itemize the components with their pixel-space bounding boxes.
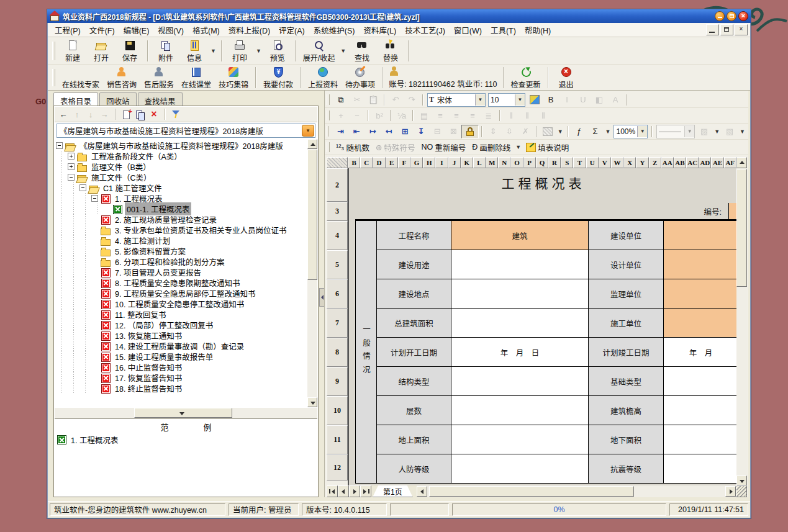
expand-icon[interactable] (68, 163, 75, 170)
diagonal-dropdown-arrow[interactable]: ▼ (738, 128, 747, 135)
delete-form-button[interactable]: × (148, 108, 160, 120)
save-button[interactable]: 保存 (115, 38, 144, 64)
collapse-icon[interactable] (56, 142, 63, 149)
column-header-H[interactable]: H (423, 157, 435, 168)
column-header-AF[interactable]: AF (724, 157, 736, 168)
column-header-M[interactable]: M (486, 157, 498, 168)
value-cell[interactable] (451, 425, 589, 454)
tree-item[interactable]: 18. 终止监督告知书 (56, 383, 307, 394)
value-cell[interactable]: 年 月 (664, 338, 738, 367)
scrollbar-thumb[interactable] (134, 408, 232, 418)
row-header-8[interactable]: 8 (327, 338, 348, 367)
row-header-10[interactable]: 10 (327, 396, 348, 425)
format-brush-button[interactable] (527, 94, 543, 106)
merge-cell-button[interactable]: ⊞ (397, 125, 413, 138)
label-cell[interactable]: 基础类型 (589, 367, 664, 396)
column-header-P[interactable]: P (523, 157, 536, 168)
close-button[interactable]: × (738, 11, 748, 21)
value-cell[interactable] (664, 279, 738, 309)
panel-splitter[interactable] (319, 91, 324, 497)
next-page-button[interactable] (349, 485, 360, 497)
label-cell[interactable]: 建设地点 (377, 279, 451, 309)
label-cell[interactable]: 总建筑面积 (377, 309, 451, 338)
column-header-J[interactable]: J (448, 157, 461, 168)
menu-item-3[interactable]: 视图(V) (153, 22, 188, 38)
font-name-combo[interactable]: T宋体▼ (427, 93, 486, 107)
label-cell[interactable]: 工程名称 (377, 221, 451, 250)
scroll-down-button[interactable] (307, 397, 317, 407)
font-size-combo[interactable]: 10▼ (488, 93, 525, 107)
tips-collection-button[interactable]: 技巧集锦 (215, 65, 252, 91)
column-header-AA[interactable]: AA (661, 157, 674, 168)
tab-回收站[interactable]: 回收站 (99, 92, 137, 106)
column-header-W[interactable]: W (611, 157, 623, 168)
random-number-button[interactable]: ¹²₃随机数 (333, 141, 373, 153)
exit-button[interactable]: 退出 (552, 65, 581, 91)
todo-items-button[interactable]: 待办事项 (342, 65, 379, 91)
tree-item[interactable]: C1 施工管理文件 (56, 183, 307, 193)
border-style-dropdown-arrow[interactable]: ▼ (712, 128, 722, 135)
zoom-combo[interactable]: 100%▼ (614, 125, 648, 138)
new-button[interactable]: 新建 (58, 38, 87, 64)
add-form-button[interactable] (120, 108, 133, 120)
column-header-AE[interactable]: AE (711, 157, 723, 168)
pattern-dropdown-arrow[interactable]: ▼ (556, 128, 565, 135)
after-sales-button[interactable]: 售后服务 (140, 65, 178, 91)
preview-button[interactable]: 预览 (263, 38, 292, 64)
tree-vertical-scrollbar[interactable] (307, 139, 317, 407)
upload-data-button[interactable]: 上报资料 (304, 65, 342, 91)
column-header-Q[interactable]: Q (536, 157, 548, 168)
value-cell[interactable] (664, 250, 738, 279)
scrollbar-thumb[interactable] (736, 169, 747, 287)
line-style-dropdown-button[interactable]: ▼ (684, 126, 694, 137)
toolbar-grip[interactable] (52, 42, 55, 61)
column-header-N[interactable]: N (498, 157, 510, 168)
value-cell[interactable]: 建筑 (451, 221, 589, 250)
label-cell[interactable]: 抗震等级 (589, 454, 664, 484)
row-header-11[interactable]: 11 (327, 425, 348, 454)
value-cell[interactable] (664, 396, 738, 425)
label-cell[interactable]: 地下面积 (589, 425, 664, 454)
first-page-button[interactable] (327, 485, 338, 497)
tree-item[interactable]: 10. 工程质量安全隐患停工整改通知书 (56, 299, 307, 309)
check-update-button[interactable]: 检查更新 (507, 65, 545, 91)
row-header-4[interactable]: 4 (327, 221, 348, 250)
column-header-AD[interactable]: AD (699, 157, 711, 168)
label-cell[interactable]: 建设单位 (589, 221, 664, 250)
label-cell[interactable]: 监理单位 (589, 279, 664, 309)
tab-表格目录[interactable]: 表格目录 (53, 92, 98, 106)
regulation-combo[interactable]: 《房屋建筑与市政基础设施工程资料管理规程》2018房建版 ▼ (57, 124, 315, 138)
value-cell[interactable] (664, 367, 738, 396)
combo-dropdown-button[interactable]: ▼ (302, 125, 314, 137)
scrollbar-thumb[interactable] (307, 150, 317, 280)
insert-cell-left-button[interactable]: ⇥ (332, 125, 348, 138)
attachment-button[interactable]: 附件 (152, 38, 180, 64)
delete-cell-button[interactable]: ⇤ (348, 125, 365, 138)
online-expert-button[interactable]: 在线找专家 (58, 65, 103, 91)
column-header-D[interactable]: D (373, 157, 385, 168)
label-cell[interactable]: 结构类型 (377, 367, 451, 396)
column-header-B[interactable]: B (348, 157, 360, 168)
scroll-left-button[interactable] (417, 486, 427, 497)
column-header-C[interactable]: C (360, 157, 373, 168)
menu-item-12[interactable]: 帮助(H) (520, 22, 555, 38)
column-header-X[interactable]: X (623, 157, 636, 168)
resize-corner[interactable] (736, 485, 747, 497)
nav-back-button[interactable]: ← (57, 108, 70, 120)
sheet-tab[interactable]: 第1页 (373, 485, 413, 497)
scrollbar-thumb[interactable] (429, 486, 634, 497)
toolbar-grip[interactable] (52, 69, 55, 86)
nav-forward-button[interactable]: → (98, 108, 111, 120)
row-header-3[interactable]: 3 (327, 202, 348, 221)
menu-item-8[interactable]: 资料库(L) (359, 22, 401, 38)
pay-button[interactable]: 我要付款 (260, 65, 297, 91)
sales-consult-button[interactable]: 销售咨询 (103, 65, 140, 91)
menu-item-9[interactable]: 技术工艺(J) (401, 22, 450, 38)
toolbar-grip[interactable] (327, 126, 329, 137)
column-header-Z[interactable]: Z (649, 157, 661, 168)
insert-row-button[interactable]: ↧ (413, 125, 429, 138)
menu-item-1[interactable]: 文件(F) (85, 22, 119, 38)
row-header-12[interactable]: 12 (327, 454, 348, 480)
label-cell[interactable]: 层数 (377, 396, 451, 425)
title-bar[interactable]: 筑业资料广西2018新规程 - [D:\筑业建筑系列软件\广西建筑工程资料管理软… (47, 9, 751, 23)
